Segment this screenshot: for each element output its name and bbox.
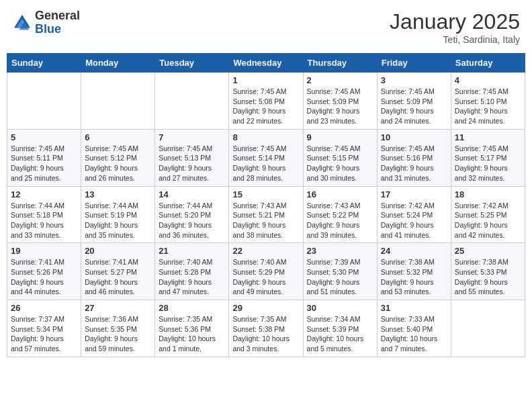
day-number: 15 <box>232 189 299 199</box>
day-info: Sunrise: 7:40 AM Sunset: 5:29 PM Dayligh… <box>232 257 299 297</box>
calendar-week-row: 12Sunrise: 7:44 AM Sunset: 5:18 PM Dayli… <box>7 186 525 243</box>
calendar-cell: 26Sunrise: 7:37 AM Sunset: 5:34 PM Dayli… <box>7 300 81 357</box>
calendar-day-header: Sunday <box>7 54 81 73</box>
day-number: 6 <box>85 132 151 142</box>
day-info: Sunrise: 7:45 AM Sunset: 5:12 PM Dayligh… <box>85 144 151 183</box>
day-info: Sunrise: 7:38 AM Sunset: 5:33 PM Dayligh… <box>455 257 521 297</box>
day-info: Sunrise: 7:45 AM Sunset: 5:08 PM Dayligh… <box>232 87 299 126</box>
calendar-cell: 25Sunrise: 7:38 AM Sunset: 5:33 PM Dayli… <box>451 243 525 300</box>
calendar-cell: 8Sunrise: 7:45 AM Sunset: 5:14 PM Daylig… <box>229 129 303 186</box>
day-number: 5 <box>11 132 77 142</box>
day-number: 16 <box>307 189 373 199</box>
day-number: 31 <box>381 303 447 313</box>
title-area: January 2025 Teti, Sardinia, Italy <box>390 9 520 45</box>
calendar-cell: 31Sunrise: 7:33 AM Sunset: 5:40 PM Dayli… <box>377 300 451 357</box>
logo-blue-text: Blue <box>35 23 80 36</box>
day-info: Sunrise: 7:39 AM Sunset: 5:30 PM Dayligh… <box>307 257 373 297</box>
calendar-cell: 22Sunrise: 7:40 AM Sunset: 5:29 PM Dayli… <box>229 243 303 300</box>
day-info: Sunrise: 7:35 AM Sunset: 5:38 PM Dayligh… <box>232 314 299 354</box>
day-info: Sunrise: 7:45 AM Sunset: 5:09 PM Dayligh… <box>381 87 447 126</box>
day-number: 24 <box>381 246 447 256</box>
day-info: Sunrise: 7:41 AM Sunset: 5:26 PM Dayligh… <box>11 257 77 297</box>
day-number: 29 <box>232 303 299 313</box>
day-number: 18 <box>455 189 521 199</box>
day-info: Sunrise: 7:43 AM Sunset: 5:21 PM Dayligh… <box>232 201 299 240</box>
calendar-cell: 16Sunrise: 7:43 AM Sunset: 5:22 PM Dayli… <box>303 186 377 243</box>
location: Teti, Sardinia, Italy <box>390 34 520 45</box>
calendar-cell: 2Sunrise: 7:45 AM Sunset: 5:09 PM Daylig… <box>303 73 377 130</box>
day-number: 30 <box>307 303 373 313</box>
day-info: Sunrise: 7:45 AM Sunset: 5:17 PM Dayligh… <box>455 144 521 183</box>
day-info: Sunrise: 7:45 AM Sunset: 5:13 PM Dayligh… <box>159 144 225 183</box>
calendar-cell: 1Sunrise: 7:45 AM Sunset: 5:08 PM Daylig… <box>229 73 303 130</box>
day-info: Sunrise: 7:45 AM Sunset: 5:16 PM Dayligh… <box>381 144 447 183</box>
day-number: 8 <box>232 132 299 142</box>
calendar-cell: 7Sunrise: 7:45 AM Sunset: 5:13 PM Daylig… <box>155 129 229 186</box>
day-number: 22 <box>232 246 299 256</box>
calendar-day-header: Friday <box>377 54 451 73</box>
calendar-cell <box>7 73 81 130</box>
page: General Blue January 2025 Teti, Sardinia… <box>0 0 532 364</box>
day-info: Sunrise: 7:35 AM Sunset: 5:36 PM Dayligh… <box>159 314 225 354</box>
logo: General Blue <box>12 9 80 36</box>
calendar-cell <box>81 73 155 130</box>
day-number: 4 <box>455 75 521 85</box>
calendar-cell <box>451 300 525 357</box>
calendar-week-row: 26Sunrise: 7:37 AM Sunset: 5:34 PM Dayli… <box>7 300 525 357</box>
calendar-cell: 10Sunrise: 7:45 AM Sunset: 5:16 PM Dayli… <box>377 129 451 186</box>
day-info: Sunrise: 7:36 AM Sunset: 5:35 PM Dayligh… <box>85 314 151 354</box>
day-number: 1 <box>232 75 299 85</box>
calendar-cell: 9Sunrise: 7:45 AM Sunset: 5:15 PM Daylig… <box>303 129 377 186</box>
calendar-cell: 18Sunrise: 7:42 AM Sunset: 5:25 PM Dayli… <box>451 186 525 243</box>
day-number: 9 <box>307 132 373 142</box>
calendar-week-row: 19Sunrise: 7:41 AM Sunset: 5:26 PM Dayli… <box>7 243 525 300</box>
calendar-cell: 5Sunrise: 7:45 AM Sunset: 5:11 PM Daylig… <box>7 129 81 186</box>
day-number: 2 <box>307 75 373 85</box>
calendar-cell: 19Sunrise: 7:41 AM Sunset: 5:26 PM Dayli… <box>7 243 81 300</box>
day-info: Sunrise: 7:34 AM Sunset: 5:39 PM Dayligh… <box>307 314 373 354</box>
calendar-cell: 14Sunrise: 7:44 AM Sunset: 5:20 PM Dayli… <box>155 186 229 243</box>
calendar-header-row: SundayMondayTuesdayWednesdayThursdayFrid… <box>7 54 525 73</box>
calendar-cell: 27Sunrise: 7:36 AM Sunset: 5:35 PM Dayli… <box>81 300 155 357</box>
day-number: 23 <box>307 246 373 256</box>
calendar-day-header: Wednesday <box>229 54 303 73</box>
calendar-cell: 11Sunrise: 7:45 AM Sunset: 5:17 PM Dayli… <box>451 129 525 186</box>
calendar-cell: 12Sunrise: 7:44 AM Sunset: 5:18 PM Dayli… <box>7 186 81 243</box>
day-info: Sunrise: 7:44 AM Sunset: 5:20 PM Dayligh… <box>159 201 225 240</box>
calendar-day-header: Saturday <box>451 54 525 73</box>
calendar-day-header: Monday <box>81 54 155 73</box>
day-number: 27 <box>85 303 151 313</box>
day-info: Sunrise: 7:45 AM Sunset: 5:09 PM Dayligh… <box>307 87 373 126</box>
logo-icon <box>12 13 32 33</box>
calendar-cell: 6Sunrise: 7:45 AM Sunset: 5:12 PM Daylig… <box>81 129 155 186</box>
day-info: Sunrise: 7:43 AM Sunset: 5:22 PM Dayligh… <box>307 201 373 240</box>
day-number: 14 <box>159 189 225 199</box>
calendar-cell: 30Sunrise: 7:34 AM Sunset: 5:39 PM Dayli… <box>303 300 377 357</box>
day-info: Sunrise: 7:44 AM Sunset: 5:18 PM Dayligh… <box>11 201 77 240</box>
calendar-cell: 20Sunrise: 7:41 AM Sunset: 5:27 PM Dayli… <box>81 243 155 300</box>
day-number: 10 <box>381 132 447 142</box>
calendar-cell: 24Sunrise: 7:38 AM Sunset: 5:32 PM Dayli… <box>377 243 451 300</box>
day-info: Sunrise: 7:38 AM Sunset: 5:32 PM Dayligh… <box>381 257 447 297</box>
day-number: 21 <box>159 246 225 256</box>
day-number: 28 <box>159 303 225 313</box>
logo-text: General Blue <box>35 9 80 36</box>
day-number: 25 <box>455 246 521 256</box>
calendar-day-header: Thursday <box>303 54 377 73</box>
day-number: 17 <box>381 189 447 199</box>
day-number: 13 <box>85 189 151 199</box>
day-info: Sunrise: 7:42 AM Sunset: 5:24 PM Dayligh… <box>381 201 447 240</box>
calendar-table: SundayMondayTuesdayWednesdayThursdayFrid… <box>7 53 525 357</box>
logo-general-text: General <box>35 9 80 23</box>
calendar-cell: 17Sunrise: 7:42 AM Sunset: 5:24 PM Dayli… <box>377 186 451 243</box>
day-number: 20 <box>85 246 151 256</box>
day-number: 12 <box>11 189 77 199</box>
calendar-cell: 23Sunrise: 7:39 AM Sunset: 5:30 PM Dayli… <box>303 243 377 300</box>
day-info: Sunrise: 7:41 AM Sunset: 5:27 PM Dayligh… <box>85 257 151 297</box>
day-number: 26 <box>11 303 77 313</box>
calendar-cell: 21Sunrise: 7:40 AM Sunset: 5:28 PM Dayli… <box>155 243 229 300</box>
calendar-cell: 13Sunrise: 7:44 AM Sunset: 5:19 PM Dayli… <box>81 186 155 243</box>
calendar-week-row: 5Sunrise: 7:45 AM Sunset: 5:11 PM Daylig… <box>7 129 525 186</box>
day-info: Sunrise: 7:42 AM Sunset: 5:25 PM Dayligh… <box>455 201 521 240</box>
day-info: Sunrise: 7:45 AM Sunset: 5:14 PM Dayligh… <box>232 144 299 183</box>
